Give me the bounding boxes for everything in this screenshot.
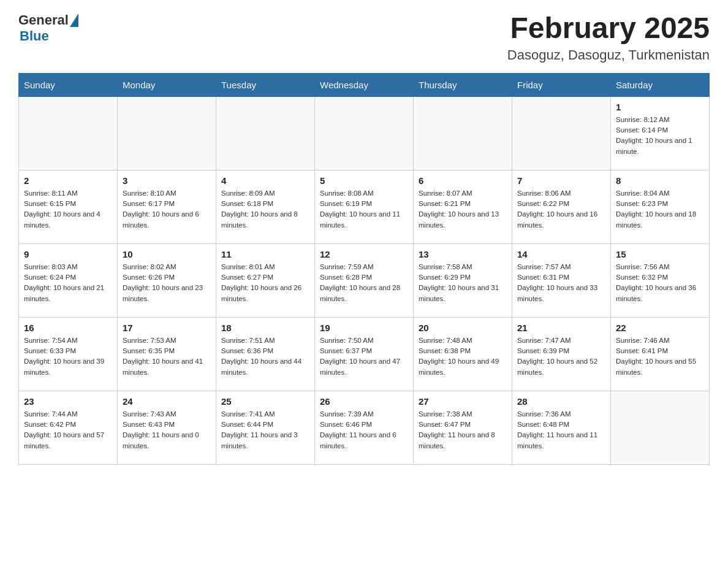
day-number: 8 [616, 175, 704, 186]
day-info: Sunrise: 7:46 AM Sunset: 6:41 PM Dayligh… [616, 335, 704, 378]
logo-general-text: General [18, 12, 69, 28]
day-number: 21 [517, 323, 605, 333]
calendar-header-saturday: Saturday [611, 73, 710, 96]
day-info: Sunrise: 8:02 AM Sunset: 6:26 PM Dayligh… [123, 262, 211, 304]
day-info: Sunrise: 7:54 AM Sunset: 6:33 PM Dayligh… [24, 335, 112, 378]
calendar-day-cell [611, 391, 710, 464]
calendar-day-cell: 27Sunrise: 7:38 AM Sunset: 6:47 PM Dayli… [414, 391, 512, 464]
day-number: 22 [616, 323, 704, 333]
calendar-header-sunday: Sunday [19, 73, 118, 96]
calendar-day-cell: 5Sunrise: 8:08 AM Sunset: 6:19 PM Daylig… [315, 170, 414, 243]
calendar-header-friday: Friday [512, 73, 611, 96]
day-info: Sunrise: 7:53 AM Sunset: 6:35 PM Dayligh… [123, 335, 211, 378]
day-number: 5 [320, 175, 408, 186]
day-number: 6 [419, 175, 507, 186]
calendar-day-cell: 11Sunrise: 8:01 AM Sunset: 6:27 PM Dayli… [216, 243, 315, 317]
day-number: 16 [24, 323, 112, 333]
calendar-week-row: 16Sunrise: 7:54 AM Sunset: 6:33 PM Dayli… [19, 317, 710, 391]
day-number: 18 [221, 323, 309, 333]
day-info: Sunrise: 8:08 AM Sunset: 6:19 PM Dayligh… [320, 188, 408, 231]
day-info: Sunrise: 8:11 AM Sunset: 6:15 PM Dayligh… [24, 188, 112, 231]
day-number: 26 [320, 396, 408, 407]
calendar-day-cell: 15Sunrise: 7:56 AM Sunset: 6:32 PM Dayli… [611, 243, 710, 317]
calendar-table: SundayMondayTuesdayWednesdayThursdayFrid… [18, 73, 710, 465]
calendar-day-cell [414, 96, 512, 170]
day-number: 11 [221, 249, 309, 259]
calendar-header-monday: Monday [118, 73, 216, 96]
calendar-week-row: 1Sunrise: 8:12 AM Sunset: 6:14 PM Daylig… [19, 96, 710, 170]
location-subtitle: Dasoguz, Dasoguz, Turkmenistan [507, 47, 710, 63]
calendar-day-cell: 16Sunrise: 7:54 AM Sunset: 6:33 PM Dayli… [19, 317, 118, 391]
day-number: 4 [221, 175, 309, 186]
logo-blue-text: Blue [20, 28, 49, 44]
calendar-day-cell: 3Sunrise: 8:10 AM Sunset: 6:17 PM Daylig… [118, 170, 216, 243]
calendar-day-cell: 1Sunrise: 8:12 AM Sunset: 6:14 PM Daylig… [611, 96, 710, 170]
calendar-header-row: SundayMondayTuesdayWednesdayThursdayFrid… [19, 73, 710, 96]
day-info: Sunrise: 7:36 AM Sunset: 6:48 PM Dayligh… [517, 409, 605, 451]
day-info: Sunrise: 7:58 AM Sunset: 6:29 PM Dayligh… [419, 262, 507, 304]
day-number: 10 [123, 249, 211, 259]
calendar-header-tuesday: Tuesday [216, 73, 315, 96]
day-number: 13 [419, 249, 507, 259]
day-number: 3 [123, 175, 211, 186]
calendar-day-cell: 9Sunrise: 8:03 AM Sunset: 6:24 PM Daylig… [19, 243, 118, 317]
day-number: 2 [24, 175, 112, 186]
calendar-day-cell: 22Sunrise: 7:46 AM Sunset: 6:41 PM Dayli… [611, 317, 710, 391]
day-info: Sunrise: 8:10 AM Sunset: 6:17 PM Dayligh… [123, 188, 211, 231]
day-number: 24 [123, 396, 211, 407]
calendar-week-row: 23Sunrise: 7:44 AM Sunset: 6:42 PM Dayli… [19, 391, 710, 464]
calendar-day-cell: 18Sunrise: 7:51 AM Sunset: 6:36 PM Dayli… [216, 317, 315, 391]
day-info: Sunrise: 8:07 AM Sunset: 6:21 PM Dayligh… [419, 188, 507, 231]
calendar-day-cell: 24Sunrise: 7:43 AM Sunset: 6:43 PM Dayli… [118, 391, 216, 464]
calendar-day-cell [118, 96, 216, 170]
calendar-header-wednesday: Wednesday [315, 73, 414, 96]
calendar-day-cell: 7Sunrise: 8:06 AM Sunset: 6:22 PM Daylig… [512, 170, 611, 243]
calendar-day-cell: 14Sunrise: 7:57 AM Sunset: 6:31 PM Dayli… [512, 243, 611, 317]
day-info: Sunrise: 8:03 AM Sunset: 6:24 PM Dayligh… [24, 262, 112, 304]
day-number: 15 [616, 249, 704, 259]
calendar-day-cell: 28Sunrise: 7:36 AM Sunset: 6:48 PM Dayli… [512, 391, 611, 464]
day-info: Sunrise: 7:44 AM Sunset: 6:42 PM Dayligh… [24, 409, 112, 451]
calendar-day-cell: 8Sunrise: 8:04 AM Sunset: 6:23 PM Daylig… [611, 170, 710, 243]
day-info: Sunrise: 7:43 AM Sunset: 6:43 PM Dayligh… [123, 409, 211, 451]
calendar-day-cell: 17Sunrise: 7:53 AM Sunset: 6:35 PM Dayli… [118, 317, 216, 391]
calendar-day-cell: 23Sunrise: 7:44 AM Sunset: 6:42 PM Dayli… [19, 391, 118, 464]
calendar-day-cell: 10Sunrise: 8:02 AM Sunset: 6:26 PM Dayli… [118, 243, 216, 317]
day-info: Sunrise: 7:47 AM Sunset: 6:39 PM Dayligh… [517, 335, 605, 378]
calendar-day-cell: 2Sunrise: 8:11 AM Sunset: 6:15 PM Daylig… [19, 170, 118, 243]
calendar-day-cell: 26Sunrise: 7:39 AM Sunset: 6:46 PM Dayli… [315, 391, 414, 464]
day-number: 27 [419, 396, 507, 407]
calendar-day-cell: 21Sunrise: 7:47 AM Sunset: 6:39 PM Dayli… [512, 317, 611, 391]
title-section: February 2025 Dasoguz, Dasoguz, Turkmeni… [507, 12, 710, 63]
day-number: 17 [123, 323, 211, 333]
day-info: Sunrise: 7:38 AM Sunset: 6:47 PM Dayligh… [419, 409, 507, 451]
calendar-day-cell: 25Sunrise: 7:41 AM Sunset: 6:44 PM Dayli… [216, 391, 315, 464]
calendar-day-cell: 19Sunrise: 7:50 AM Sunset: 6:37 PM Dayli… [315, 317, 414, 391]
calendar-week-row: 9Sunrise: 8:03 AM Sunset: 6:24 PM Daylig… [19, 243, 710, 317]
day-number: 1 [616, 102, 704, 112]
calendar-day-cell [512, 96, 611, 170]
day-info: Sunrise: 7:50 AM Sunset: 6:37 PM Dayligh… [320, 335, 408, 378]
day-info: Sunrise: 7:41 AM Sunset: 6:44 PM Dayligh… [221, 409, 309, 451]
day-info: Sunrise: 8:09 AM Sunset: 6:18 PM Dayligh… [221, 188, 309, 231]
day-info: Sunrise: 8:06 AM Sunset: 6:22 PM Dayligh… [517, 188, 605, 231]
month-title: February 2025 [507, 12, 710, 45]
calendar-day-cell: 6Sunrise: 8:07 AM Sunset: 6:21 PM Daylig… [414, 170, 512, 243]
calendar-day-cell [216, 96, 315, 170]
day-info: Sunrise: 8:01 AM Sunset: 6:27 PM Dayligh… [221, 262, 309, 304]
calendar-week-row: 2Sunrise: 8:11 AM Sunset: 6:15 PM Daylig… [19, 170, 710, 243]
day-number: 7 [517, 175, 605, 186]
day-number: 9 [24, 249, 112, 259]
day-number: 14 [517, 249, 605, 259]
day-number: 19 [320, 323, 408, 333]
day-number: 25 [221, 396, 309, 407]
calendar-day-cell: 20Sunrise: 7:48 AM Sunset: 6:38 PM Dayli… [414, 317, 512, 391]
calendar-day-cell: 4Sunrise: 8:09 AM Sunset: 6:18 PM Daylig… [216, 170, 315, 243]
calendar-day-cell [19, 96, 118, 170]
day-info: Sunrise: 7:39 AM Sunset: 6:46 PM Dayligh… [320, 409, 408, 451]
calendar-day-cell: 13Sunrise: 7:58 AM Sunset: 6:29 PM Dayli… [414, 243, 512, 317]
day-info: Sunrise: 7:56 AM Sunset: 6:32 PM Dayligh… [616, 262, 704, 304]
calendar-header-thursday: Thursday [414, 73, 512, 96]
page-header: General Blue February 2025 Dasoguz, Daso… [18, 12, 710, 63]
logo: General Blue [18, 12, 78, 44]
